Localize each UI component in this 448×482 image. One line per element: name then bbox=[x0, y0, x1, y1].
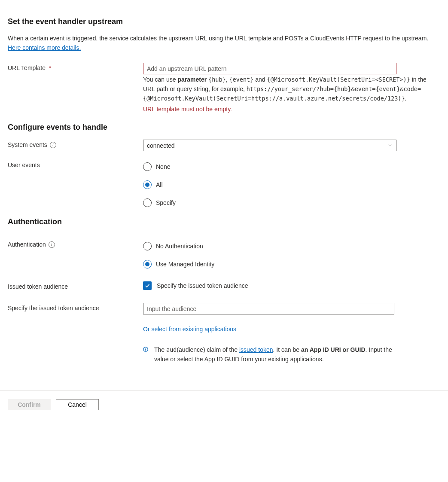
system-events-label: System events bbox=[8, 141, 47, 148]
info-icon[interactable]: i bbox=[50, 142, 56, 148]
select-existing-app-link[interactable]: Or select from existing applications bbox=[143, 326, 435, 333]
issued-token-checkbox-row[interactable]: Specify the issued token audience bbox=[143, 281, 435, 290]
cancel-button[interactable]: Cancel bbox=[56, 399, 99, 410]
url-template-error: URL template must not be empty. bbox=[143, 106, 435, 113]
system-events-value: connected bbox=[147, 142, 175, 149]
info-icon bbox=[143, 345, 148, 364]
info-icon[interactable]: i bbox=[49, 241, 55, 248]
intro-paragraph: When a certain event is triggered, the s… bbox=[8, 34, 429, 52]
auth-mode-radio-group: No Authentication Use Managed Identity bbox=[143, 242, 435, 268]
radio-icon bbox=[143, 180, 152, 189]
url-template-help: You can use parameter {hub}, {event} and… bbox=[143, 75, 435, 103]
events-section-title: Configure events to handle bbox=[8, 123, 440, 132]
intro-link-more-details[interactable]: Here contains more details. bbox=[8, 44, 81, 51]
user-events-radio-group: None All Specify bbox=[143, 162, 435, 207]
checkbox-icon bbox=[143, 281, 152, 290]
footer-bar: Confirm Cancel bbox=[0, 390, 448, 419]
url-template-label: URL Template bbox=[8, 64, 46, 71]
url-template-input[interactable] bbox=[143, 63, 396, 74]
specify-audience-label: Specify the issued token audience bbox=[8, 305, 99, 311]
checkbox-label: Specify the issued token audience bbox=[157, 282, 248, 289]
chevron-down-icon bbox=[387, 142, 393, 149]
radio-icon bbox=[143, 162, 152, 171]
auth-radio-managed-identity[interactable]: Use Managed Identity bbox=[143, 260, 435, 268]
radio-label: Use Managed Identity bbox=[156, 261, 214, 268]
intro-text: When a certain event is triggered, the s… bbox=[8, 35, 428, 42]
auth-radio-none[interactable]: No Authentication bbox=[143, 242, 435, 250]
user-events-radio-none[interactable]: None bbox=[143, 162, 435, 171]
radio-icon bbox=[143, 198, 152, 207]
auth-section-title: Authentication bbox=[8, 217, 440, 226]
radio-icon bbox=[143, 260, 152, 268]
audience-input[interactable] bbox=[143, 303, 394, 314]
radio-label: All bbox=[156, 181, 163, 188]
issued-token-label: Issued token audience bbox=[8, 283, 68, 290]
audience-info-box: The aud(audience) claim of the issued to… bbox=[143, 345, 405, 364]
radio-label: Specify bbox=[156, 199, 176, 206]
system-events-dropdown[interactable]: connected bbox=[143, 140, 396, 151]
user-events-radio-specify[interactable]: Specify bbox=[143, 198, 435, 207]
user-events-label: User events bbox=[8, 162, 40, 168]
issued-token-link[interactable]: issued token bbox=[239, 346, 273, 353]
required-indicator-icon: * bbox=[49, 64, 51, 71]
user-events-radio-all[interactable]: All bbox=[143, 180, 435, 189]
page-title: Set the event handler upstream bbox=[8, 17, 440, 26]
auth-mode-label: Authentication bbox=[8, 241, 46, 248]
radio-icon bbox=[143, 242, 152, 250]
confirm-button: Confirm bbox=[8, 399, 51, 410]
svg-point-1 bbox=[145, 348, 146, 349]
radio-label: No Authentication bbox=[156, 243, 203, 250]
radio-label: None bbox=[156, 163, 170, 170]
audience-info-text: The aud(audience) claim of the issued to… bbox=[154, 345, 405, 364]
svg-rect-2 bbox=[145, 349, 146, 351]
